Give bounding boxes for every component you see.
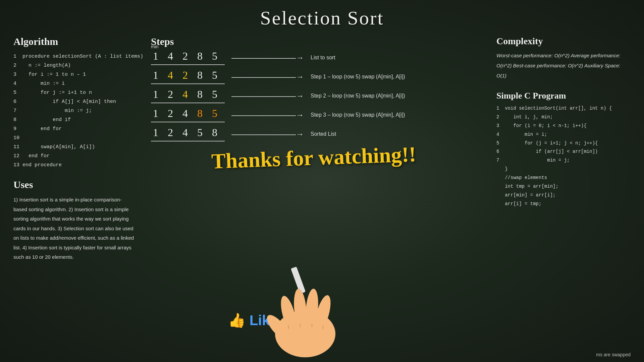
step-desc-1: Step 1 – loop (row 5) swap (A[min], A[i]…	[311, 73, 405, 81]
num-1-2: 2	[180, 69, 190, 81]
steps-container: min14285————————→List to sort14285——————…	[151, 50, 476, 141]
step-desc-0: List to sort	[311, 54, 335, 62]
c-program-title: Simple C Program	[496, 91, 631, 101]
complexity-section: Complexity Worst-case performance: O(n^2…	[496, 36, 631, 81]
num-1-4: 5	[210, 69, 219, 81]
complexity-list: Worst-case performance: O(n^2) Average p…	[496, 51, 631, 81]
step-desc-4: Sorted List	[311, 130, 336, 138]
complexity-title: Complexity	[496, 36, 631, 47]
num-4-1: 2	[166, 126, 175, 139]
step-row-0: min14285————————→List to sort	[151, 50, 476, 65]
arrow-icon: ————————→	[231, 110, 304, 120]
num-4-2: 4	[180, 126, 190, 139]
num-2-2: 4	[180, 88, 190, 101]
num-1-0: 1	[151, 69, 160, 81]
step-row-2: 12485————————→Step 2 – loop (row 5) swap…	[151, 88, 476, 103]
main-layout: Algorithm 1 procedure selectionSort (A :…	[13, 36, 631, 351]
num-0-4: 5	[210, 50, 219, 62]
numbers-box-3: 12485	[151, 107, 225, 122]
footer-note: ms are swapped	[596, 352, 631, 357]
num-0-0: 1	[151, 50, 160, 62]
uses-section: Uses 1) Insertion sort is a simple in-pl…	[13, 179, 134, 262]
page-title: Selection Sort	[13, 7, 631, 29]
num-1-1: 4	[166, 69, 175, 81]
steps-title: Steps	[151, 36, 476, 47]
right-column: Complexity Worst-case performance: O(n^2…	[490, 36, 631, 351]
step-row-1: 14285————————→Step 1 – loop (row 5) swap…	[151, 69, 476, 84]
step-desc-2: Step 2 – loop (row 5) swap (A[min], A[i]…	[311, 92, 405, 100]
numbers-box-4: 12458	[151, 126, 225, 141]
num-4-0: 1	[151, 126, 160, 139]
uses-title: Uses	[13, 179, 134, 190]
num-0-2: 2	[180, 50, 190, 62]
num-0-3: 8	[195, 50, 205, 62]
num-0-1: 4	[166, 50, 175, 62]
numbers-box-0: 14285	[151, 50, 225, 65]
num-4-3: 5	[195, 126, 205, 139]
c-program-section: Simple C Program 1 void selectionSort(in…	[496, 91, 631, 208]
step-row-3: 12485————————→Step 3 – loop (row 5) swap…	[151, 107, 476, 122]
arrow-icon: ————————→	[231, 91, 304, 101]
algorithm-title: Algorithm	[13, 36, 134, 47]
thanks-text: Thanks for watching!!	[211, 142, 417, 174]
step-desc-3: Step 3 – loop (row 5) swap (A[min], A[i]…	[311, 111, 405, 119]
algorithm-code: 1 procedure selectionSort (A : list item…	[13, 52, 134, 170]
arrow-icon: ————————→	[231, 72, 304, 81]
num-2-3: 8	[195, 88, 205, 101]
min-label: min	[151, 44, 159, 49]
num-2-0: 1	[151, 88, 160, 101]
num-1-3: 8	[195, 69, 205, 81]
numbers-box-2: 12485	[151, 88, 225, 103]
step-row-4: 12458————————→Sorted List	[151, 126, 476, 141]
numbers-box-1: 14285	[151, 69, 225, 84]
num-3-4: 5	[210, 107, 219, 120]
num-3-1: 2	[166, 107, 175, 120]
thanks-overlay: Thanks for watching!!	[151, 145, 476, 170]
main-content: Selection Sort Algorithm 1 procedure sel…	[0, 0, 644, 362]
middle-column: Steps min14285————————→List to sort14285…	[148, 36, 480, 351]
arrow-icon: ————————→	[231, 129, 304, 139]
num-2-4: 5	[210, 88, 219, 101]
num-4-4: 8	[210, 126, 219, 139]
uses-list: 1) Insertion sort is a simple in-place c…	[13, 195, 134, 262]
num-3-0: 1	[151, 107, 160, 120]
num-3-2: 4	[180, 107, 190, 120]
arrow-icon: ————————→	[231, 53, 304, 62]
num-2-1: 2	[166, 88, 175, 101]
c-code: 1 void selectionSort(int arr[], int n) {…	[496, 104, 631, 208]
num-3-3: 8	[195, 107, 205, 120]
left-column: Algorithm 1 procedure selectionSort (A :…	[13, 36, 138, 351]
